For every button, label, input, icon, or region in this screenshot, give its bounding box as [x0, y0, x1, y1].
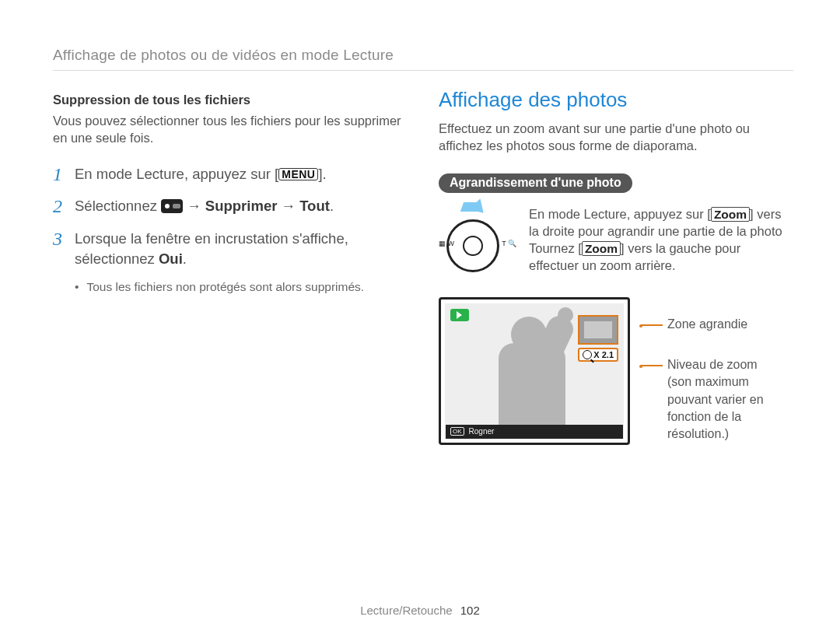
- ok-key-icon: OK: [450, 427, 464, 436]
- bullet-text: Tous les fichiers non protégés sont alor…: [86, 280, 364, 294]
- arrow-icon: →: [277, 198, 299, 214]
- left-intro: Vous pouvez sélectionner tous les fichie…: [53, 112, 408, 147]
- magnifier-icon: [583, 350, 592, 359]
- step1-text-b: ].: [318, 166, 326, 182]
- dial-left-label: ▦ W: [439, 240, 454, 247]
- callout-zone: Zone agrandie: [641, 316, 793, 333]
- callouts: Zone agrandie Niveau de zoom (son maximu…: [641, 297, 793, 457]
- step2-end: .: [330, 198, 334, 214]
- callout-text: Zone agrandie: [667, 316, 747, 333]
- zoom-level-badge: X 2.1: [578, 348, 618, 362]
- zoom-area-indicator: [578, 315, 618, 345]
- step3-oui: Oui: [159, 250, 183, 267]
- callout-leader-line: [641, 324, 663, 326]
- steps-list: 1 En mode Lecture, appuyez sur [MENU]. 2…: [53, 163, 408, 295]
- zoom-key: Zoom: [711, 207, 750, 222]
- callout-text: Niveau de zoom (son maximum pouvant vari…: [667, 356, 793, 443]
- callout-leader-line: [641, 365, 663, 366]
- camera-settings-icon: [161, 199, 183, 213]
- dial-right-label: T 🔍: [502, 240, 516, 247]
- step-body: Lorsque la fenêtre en incrustation s'aff…: [75, 229, 408, 269]
- step2-text-a: Sélectionnez: [75, 198, 161, 214]
- camera-screen-illustration: X 2.1 OK Rogner: [439, 297, 630, 445]
- step1-text-a: En mode Lecture, appuyez sur [: [75, 166, 278, 182]
- step-1: 1 En mode Lecture, appuyez sur [MENU].: [53, 163, 408, 184]
- step3-text-a: Lorsque la fenêtre en incrustation s'aff…: [75, 230, 348, 267]
- callout-zoom-level: Niveau de zoom (son maximum pouvant vari…: [641, 356, 793, 443]
- zoom-instruction-text: En mode Lecture, appuyez sur [Zoom] vers…: [529, 205, 793, 275]
- right-column: Affichage des photos Effectuez un zoom a…: [439, 93, 793, 457]
- section-title: Affichage des photos: [439, 88, 793, 112]
- zoom-key: Zoom: [582, 241, 621, 256]
- step3-bullet: Tous les fichiers non protégés sont alor…: [75, 280, 408, 294]
- step-body: En mode Lecture, appuyez sur [MENU].: [75, 164, 327, 184]
- step2-supprimer: Supprimer: [205, 198, 278, 214]
- step-2: 2 Sélectionnez → Supprimer → Tout.: [53, 194, 408, 216]
- callout2-line1: Niveau de zoom: [667, 358, 758, 371]
- zoom-text-a: En mode Lecture, appuyez sur [: [529, 207, 711, 221]
- step3-end: .: [183, 250, 187, 267]
- zoom-dial-illustration: ▦ W T 🔍: [439, 205, 516, 283]
- play-mode-icon: [450, 309, 469, 321]
- step-number: 2: [53, 196, 75, 217]
- right-intro: Effectuez un zoom avant sur une partie d…: [439, 120, 793, 155]
- step-body: Sélectionnez → Supprimer → Tout.: [75, 196, 334, 216]
- zoom-level-value: X 2.1: [593, 350, 614, 359]
- step-number: 1: [53, 164, 75, 185]
- menu-button-icon: MENU: [278, 168, 318, 181]
- screen-example-row: X 2.1 OK Rogner Zone agrandie: [439, 297, 793, 457]
- page: Affichage de photos ou de vidéos en mode…: [0, 0, 840, 634]
- columns: Suppression de tous les fichiers Vous po…: [53, 93, 793, 457]
- callout2-line2: (son maximum pouvant varier en fonction …: [667, 375, 764, 440]
- bottom-action-bar: OK Rogner: [446, 425, 623, 439]
- page-footer: Lecture/Retouche 102: [0, 604, 840, 617]
- arrow-icon: →: [183, 198, 205, 214]
- left-column: Suppression de tous les fichiers Vous po…: [53, 93, 408, 457]
- zoom-instruction-row: ▦ W T 🔍 En mode Lecture, appuyez sur [Zo…: [439, 205, 793, 283]
- step-3: 3 Lorsque la fenêtre en incrustation s'a…: [53, 227, 408, 269]
- subsection-pill: Agrandissement d'une photo: [439, 173, 632, 193]
- step2-tout: Tout: [299, 198, 330, 214]
- page-header: Affichage de photos ou de vidéos en mode…: [53, 47, 793, 71]
- page-number: 102: [460, 604, 480, 617]
- left-subheading: Suppression de tous les fichiers: [53, 93, 408, 107]
- step-number: 3: [53, 229, 75, 250]
- footer-section: Lecture/Retouche: [360, 604, 452, 617]
- ok-action-text: Rogner: [469, 427, 495, 436]
